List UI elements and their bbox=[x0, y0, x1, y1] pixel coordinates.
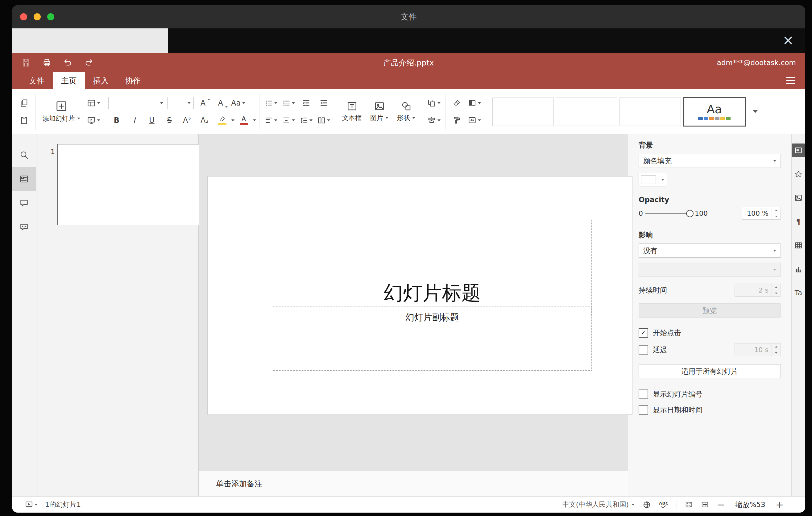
misc-group bbox=[448, 96, 483, 128]
theme-option-3[interactable] bbox=[619, 97, 681, 126]
color-dropdown[interactable] bbox=[658, 173, 667, 186]
undo-icon[interactable] bbox=[63, 58, 72, 67]
save-icon[interactable] bbox=[21, 58, 31, 67]
spin-up-icon[interactable] bbox=[772, 207, 781, 213]
theme-option-2[interactable] bbox=[556, 97, 617, 126]
slide-settings-icon[interactable] bbox=[792, 144, 805, 157]
increase-indent-button[interactable] bbox=[315, 96, 332, 110]
theme-swatch bbox=[720, 117, 725, 120]
background-fill-select[interactable]: 颜色填充 bbox=[639, 154, 781, 168]
vertical-align-button[interactable] bbox=[280, 113, 297, 127]
font-name-combo[interactable] bbox=[108, 97, 166, 109]
image-label: 图片 bbox=[370, 114, 383, 122]
fill-color-picker[interactable] bbox=[639, 173, 667, 187]
zoom-in-button[interactable]: + bbox=[776, 500, 784, 510]
decrease-indent-button[interactable] bbox=[298, 96, 314, 110]
fit-to-width-icon[interactable] bbox=[701, 500, 709, 509]
highlight-color-button[interactable] bbox=[214, 113, 230, 127]
redo-icon[interactable] bbox=[84, 58, 93, 67]
add-slide-button[interactable]: 添加幻灯片 bbox=[39, 96, 84, 128]
chart-settings-icon[interactable] bbox=[792, 262, 805, 276]
slide-thumbnail[interactable] bbox=[57, 144, 200, 225]
theme-option-selected[interactable]: Aa bbox=[683, 97, 746, 126]
columns-button[interactable] bbox=[315, 113, 332, 127]
theme-option-1[interactable] bbox=[492, 97, 554, 126]
align-shape-button[interactable] bbox=[426, 113, 442, 127]
insert-shape-button[interactable]: 形状 bbox=[393, 96, 419, 128]
bold-button[interactable]: B bbox=[108, 113, 125, 127]
superscript-button[interactable]: A² bbox=[179, 113, 195, 127]
effect-label: 影响 bbox=[639, 230, 781, 240]
menu-icon[interactable] bbox=[786, 77, 795, 84]
change-case-button[interactable]: Aa bbox=[230, 96, 246, 110]
close-window-button[interactable] bbox=[20, 13, 27, 20]
tab-home[interactable]: 主页 bbox=[53, 72, 85, 89]
theme-gallery-expand-button[interactable] bbox=[748, 98, 763, 125]
insert-image-button[interactable]: 图片 bbox=[367, 96, 392, 128]
subscript-button[interactable]: A₂ bbox=[196, 113, 213, 127]
clear-style-button[interactable] bbox=[448, 96, 465, 110]
opacity-slider[interactable] bbox=[645, 210, 692, 217]
paste-icon[interactable] bbox=[16, 113, 32, 127]
strikeout-button[interactable]: S bbox=[161, 113, 178, 127]
apply-to-all-slides-button[interactable]: 适用于所有幻灯片 bbox=[639, 364, 781, 378]
numbered-list-button[interactable] bbox=[280, 96, 297, 110]
show-slide-number-checkbox[interactable] bbox=[639, 390, 648, 399]
table-settings-icon[interactable] bbox=[792, 238, 805, 252]
spellcheck-icon[interactable]: ABC bbox=[659, 501, 669, 508]
copy-icon[interactable] bbox=[16, 96, 32, 110]
insert-textbox-button[interactable]: 文本框 bbox=[339, 96, 365, 128]
line-spacing-button[interactable] bbox=[298, 113, 314, 127]
title-placeholder[interactable]: 幻灯片标题 bbox=[273, 220, 592, 316]
font-size-combo[interactable] bbox=[167, 97, 194, 109]
chevron-down-icon[interactable] bbox=[231, 119, 234, 121]
print-icon[interactable] bbox=[42, 58, 52, 67]
slide-size-button[interactable] bbox=[466, 113, 483, 127]
opacity-input[interactable]: 100 % bbox=[742, 207, 781, 220]
show-date-time-checkbox[interactable] bbox=[639, 405, 648, 415]
opacity-slider-knob[interactable] bbox=[686, 210, 694, 217]
decrease-font-size-button[interactable]: A bbox=[212, 96, 229, 110]
paragraph-settings-icon[interactable]: ¶ bbox=[792, 215, 805, 228]
tab-insert[interactable]: 插入 bbox=[85, 72, 117, 89]
clipboard-group bbox=[16, 96, 32, 128]
minimize-window-button[interactable] bbox=[34, 13, 41, 20]
comments-icon[interactable] bbox=[12, 191, 36, 215]
search-icon[interactable] bbox=[12, 143, 36, 167]
slide-canvas[interactable]: 幻灯片标题 幻灯片副标题 bbox=[199, 134, 628, 470]
start-slideshow-button[interactable] bbox=[85, 113, 102, 127]
chat-icon[interactable] bbox=[12, 215, 36, 239]
text-art-settings-icon[interactable]: Ta bbox=[792, 286, 805, 300]
fit-to-slide-icon[interactable] bbox=[685, 500, 693, 509]
start-slideshow-statusbar-button[interactable] bbox=[24, 499, 39, 510]
slide-page[interactable]: 幻灯片标题 幻灯片副标题 bbox=[207, 176, 633, 415]
color-scheme-button[interactable] bbox=[466, 96, 483, 110]
horizontal-align-button[interactable] bbox=[263, 113, 279, 127]
image-settings-icon[interactable] bbox=[792, 191, 805, 205]
tab-collaboration[interactable]: 协作 bbox=[117, 72, 149, 89]
copy-style-button[interactable] bbox=[448, 113, 465, 127]
document-language-icon[interactable] bbox=[643, 500, 651, 509]
arrange-shape-button[interactable] bbox=[426, 96, 442, 110]
shape-settings-icon[interactable] bbox=[792, 167, 805, 181]
bullet-list-button[interactable] bbox=[263, 96, 279, 110]
close-icon[interactable]: × bbox=[780, 31, 796, 49]
increase-font-size-button[interactable]: A bbox=[195, 96, 211, 110]
slide-group: 添加幻灯片 bbox=[39, 96, 102, 128]
subtitle-placeholder[interactable]: 幻灯片副标题 bbox=[273, 306, 592, 371]
language-selector[interactable]: 中文(中华人民共和国) bbox=[562, 500, 635, 509]
spin-down-icon[interactable] bbox=[772, 213, 781, 220]
maximize-window-button[interactable] bbox=[47, 13, 54, 20]
delay-checkbox[interactable] bbox=[639, 345, 648, 354]
start-on-click-checkbox[interactable]: ✓ bbox=[639, 328, 648, 338]
zoom-out-button[interactable]: − bbox=[717, 500, 725, 510]
chevron-down-icon[interactable] bbox=[253, 119, 256, 121]
font-color-button[interactable]: A bbox=[235, 113, 252, 127]
effect-select[interactable]: 没有 bbox=[639, 243, 781, 258]
change-layout-button[interactable] bbox=[85, 96, 102, 110]
tab-file[interactable]: 文件 bbox=[21, 72, 53, 89]
italic-button[interactable]: I bbox=[126, 113, 143, 127]
underline-button[interactable]: U bbox=[143, 113, 160, 127]
notes-area[interactable]: 单击添加备注 bbox=[199, 470, 628, 496]
slides-panel-icon[interactable] bbox=[12, 167, 36, 191]
